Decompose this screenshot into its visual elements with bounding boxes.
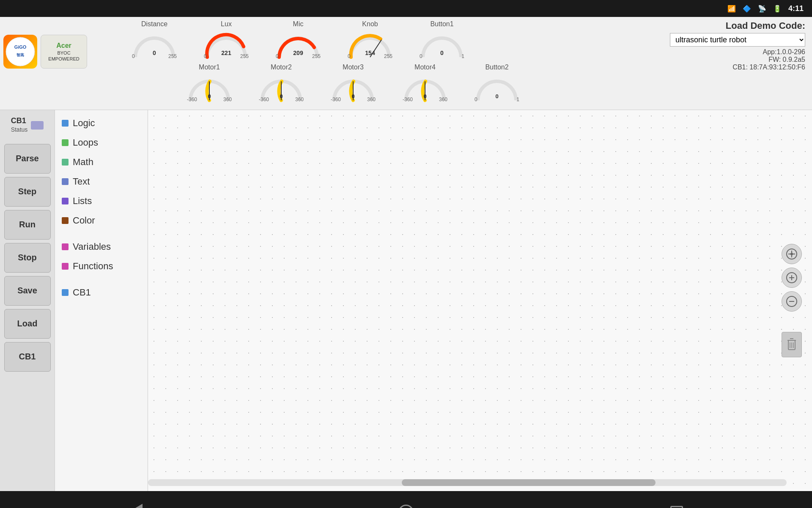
stop-button[interactable]: Stop <box>4 243 51 273</box>
category-math-label: Math <box>73 157 93 168</box>
signal-icon: 📡 <box>758 5 766 13</box>
gauge-label-distance: Distance <box>141 20 167 28</box>
category-lists-label: Lists <box>73 196 92 207</box>
app: GiGO 智高 Acer BYOC EMPOWERED Distance 0 <box>0 17 812 491</box>
acer-logo: Acer BYOC EMPOWERED <box>41 35 87 69</box>
acer-logo-byoc: BYOC <box>57 50 70 55</box>
gauge-lux: 221 0 255 <box>203 30 250 59</box>
motor-gauge-3: Motor3 0 -360 360 <box>330 64 376 102</box>
category-variables-label: Variables <box>73 241 111 252</box>
gauge-label-motor3: Motor3 <box>343 64 364 71</box>
zoom-reset-button[interactable] <box>782 244 802 264</box>
motor-gauge-button2: Button2 0 0 1 <box>474 64 520 102</box>
cb1-status: CB1Status <box>11 117 44 137</box>
category-cb1-label: CB1 <box>73 287 91 298</box>
workspace-scrollbar[interactable] <box>148 479 787 486</box>
gauge-mic: 209 0 255 <box>275 30 321 59</box>
gauge-label-knob: Knob <box>362 20 378 28</box>
acer-logo-sub: EMPOWERED <box>48 56 79 61</box>
gauge-distance: 0 0 255 <box>131 30 178 59</box>
category-loops-label: Loops <box>73 137 98 148</box>
gauge-label-button1: Button1 <box>430 20 453 28</box>
svg-text:0: 0 <box>495 93 498 99</box>
motor-gauge-2: Motor2 0 -360 360 <box>258 64 304 102</box>
home-icon <box>398 505 414 508</box>
trash-button[interactable] <box>782 332 802 357</box>
category-variables[interactable]: Variables <box>55 237 148 257</box>
sensor-bar: GiGO 智高 Acer BYOC EMPOWERED Distance 0 <box>0 17 812 110</box>
category-logic[interactable]: Logic <box>55 113 148 133</box>
zoom-in-button[interactable] <box>782 268 802 288</box>
category-cb1[interactable]: CB1 <box>55 283 148 302</box>
gauge-knob: 154 0 255 <box>347 30 393 59</box>
wifi-icon: 📶 <box>727 5 736 13</box>
sensor-gauge-knob: Knob 154 0 255 <box>347 20 393 59</box>
sensor-gauge-mic: Mic 209 0 255 <box>275 20 321 59</box>
load-demo-label: Load Demo Code: <box>670 20 805 31</box>
svg-text:154: 154 <box>365 50 375 56</box>
category-text-label: Text <box>73 176 90 187</box>
category-loops[interactable]: Loops <box>55 133 148 152</box>
gauge-motor3: 0 -360 360 <box>330 73 376 102</box>
back-icon <box>128 504 143 508</box>
workspace[interactable] <box>148 110 812 491</box>
gauge-label-mic: Mic <box>293 20 304 28</box>
cb1-button[interactable]: CB1 <box>4 342 51 372</box>
step-button[interactable]: Step <box>4 177 51 207</box>
svg-text:智高: 智高 <box>16 52 24 57</box>
back-button[interactable] <box>123 500 148 508</box>
run-button[interactable]: Run <box>4 210 51 240</box>
sensor-gauge-button1: Button1 0 0 1 <box>419 20 465 59</box>
nav-bar <box>0 491 812 508</box>
category-logic-label: Logic <box>73 118 95 129</box>
svg-text:0: 0 <box>440 50 444 56</box>
svg-text:0: 0 <box>208 93 211 99</box>
acer-logo-brand: Acer <box>56 42 71 50</box>
categories-panel: Logic Loops Math Text Lists Color <box>55 110 148 491</box>
gauge-label-button2: Button2 <box>485 64 508 71</box>
svg-point-21 <box>790 253 793 255</box>
status-bar: 📶 🔷 📡 🔋 4:11 <box>0 0 812 17</box>
gauge-label-motor1: Motor1 <box>199 64 220 71</box>
gauge-button2: 0 0 1 <box>474 73 520 102</box>
category-functions-label: Functions <box>73 261 113 272</box>
gauge-motor4: 0 -360 360 <box>402 73 448 102</box>
svg-text:209: 209 <box>293 50 303 56</box>
gigo-logo: GiGO 智高 <box>3 35 37 69</box>
workspace-controls <box>782 244 802 357</box>
svg-point-0 <box>6 37 35 66</box>
zoom-out-button[interactable] <box>782 291 802 312</box>
category-functions[interactable]: Functions <box>55 257 148 276</box>
save-button[interactable]: Save <box>4 276 51 306</box>
parse-button[interactable]: Parse <box>4 144 51 174</box>
home-button[interactable] <box>393 500 419 508</box>
gauge-motor2: 0 -360 360 <box>258 73 304 102</box>
recents-button[interactable] <box>664 500 689 508</box>
sensor-gauge-distance: Distance 0 0 255 <box>131 20 178 59</box>
main-content: CB1Status Parse Step Run Stop Save Load … <box>0 110 812 491</box>
gauge-motor1: 0 -360 360 <box>186 73 233 102</box>
bluetooth-icon: 🔷 <box>743 5 751 13</box>
category-math[interactable]: Math <box>55 152 148 172</box>
svg-text:0: 0 <box>423 93 426 99</box>
scrollbar-thumb[interactable] <box>402 479 656 486</box>
logo-area: GiGO 智高 Acer BYOC EMPOWERED <box>3 35 87 69</box>
header-right: Load Demo Code: ultrasonic turtle robot … <box>663 17 812 75</box>
left-panel: CB1Status Parse Step Run Stop Save Load … <box>0 110 55 491</box>
app-version: App:1.0.0-296 FW: 0.9.2a5 CB1: 18:7A:93:… <box>670 48 805 71</box>
svg-text:GiGO: GiGO <box>14 44 27 50</box>
motor-gauge-1: Motor1 0 -360 360 <box>186 64 233 102</box>
gauge-button1: 0 0 1 <box>419 30 465 59</box>
category-lists[interactable]: Lists <box>55 191 148 211</box>
demo-code-select[interactable]: ultrasonic turtle robot <box>670 33 805 47</box>
sensor-gauge-lux: Lux 221 0 255 <box>203 20 250 59</box>
category-text[interactable]: Text <box>55 172 148 191</box>
time-display: 4:11 <box>788 4 804 13</box>
category-color[interactable]: Color <box>55 211 148 230</box>
category-color-label: Color <box>73 215 95 226</box>
load-button[interactable]: Load <box>4 309 51 339</box>
recents-icon <box>670 506 683 508</box>
svg-text:0: 0 <box>351 93 354 99</box>
motor-row: Motor1 0 -360 360 Motor2 <box>165 64 541 102</box>
battery-icon: 🔋 <box>773 5 782 13</box>
